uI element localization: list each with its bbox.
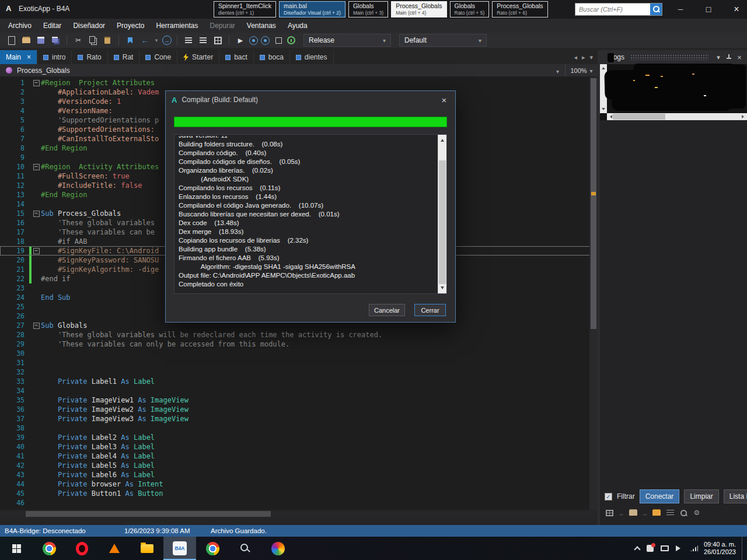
bookmark-4[interactable]: Process_GlobalsMain (ctrl + 4) [391, 1, 446, 18]
close-icon[interactable] [731, 4, 742, 15]
search-icon[interactable] [650, 4, 662, 15]
code-line-41[interactable]: 41 Private Label4 As Label [0, 452, 598, 461]
panel-menu-icon[interactable] [714, 54, 722, 61]
grid-icon[interactable] [212, 34, 224, 46]
scroll-up-icon[interactable] [441, 137, 444, 142]
pin-icon[interactable] [726, 54, 732, 61]
zoom-select[interactable]: 100% [565, 64, 598, 76]
code-line-36[interactable]: 36 Private ImageView2 As ImageView [0, 405, 598, 414]
bookmark-6[interactable]: Process_GlobalsRato (ctrl + 6) [492, 1, 547, 18]
more-panel-icon[interactable] [619, 510, 623, 516]
code-line-28[interactable]: 28 'These global variables will be redec… [0, 330, 598, 340]
logs-button-conectar[interactable]: Conectar [640, 489, 680, 503]
scroll-left-icon[interactable] [608, 115, 612, 118]
code-line-32[interactable]: 32 [0, 368, 598, 377]
code-line-40[interactable]: 40 Private Label3 As Label [0, 442, 598, 452]
tab-dientes[interactable]: dientes [290, 50, 334, 64]
code-line-30[interactable]: 30 [0, 349, 598, 358]
tools-panel-icon[interactable] [693, 509, 700, 517]
opera-taskbar-button[interactable] [65, 537, 98, 560]
close-tab-icon[interactable] [27, 53, 31, 61]
code-line-1[interactable]: 1#Region Project Attributes [0, 78, 598, 88]
maximize-icon[interactable] [703, 5, 714, 14]
code-line-29[interactable]: 29 'These variables can only be accessed… [0, 340, 598, 349]
menu-proyecto[interactable]: Proyecto [111, 20, 150, 32]
profile-select[interactable]: Default [399, 34, 487, 47]
taskbar-clock[interactable]: 09:40 a. m. 26/01/2023 [704, 541, 736, 556]
list-panel-icon[interactable] [666, 510, 674, 516]
logs-button-limpiar[interactable]: Limpiar [684, 489, 718, 503]
fold-marker[interactable] [32, 78, 41, 88]
code-line-31[interactable]: 31 [0, 358, 598, 368]
dialog-close-icon[interactable] [439, 95, 449, 105]
folder-panel-icon[interactable] [629, 510, 637, 516]
copy-icon[interactable] [87, 34, 99, 46]
outline-icon[interactable] [197, 34, 209, 46]
code-line-46[interactable]: 46 [0, 498, 598, 508]
cut-icon[interactable] [72, 34, 84, 46]
code-line-37[interactable]: 37 Private ImageView3 As ImageView [0, 414, 598, 424]
dialog-scrollbar[interactable] [438, 135, 446, 293]
list-icon[interactable] [183, 34, 194, 46]
scrollbar-thumb[interactable] [26, 511, 271, 517]
menu-herramientas[interactable]: Herramientas [150, 20, 204, 32]
network-icon[interactable] [690, 545, 698, 551]
paste-icon[interactable] [102, 34, 113, 46]
minimize-icon[interactable] [675, 5, 686, 13]
chrome-taskbar-button[interactable] [33, 537, 65, 560]
stop-icon[interactable] [273, 34, 284, 46]
code-line-33[interactable]: 33 Private Label1 As Label [0, 377, 598, 386]
b4a-taskbar-button[interactable]: B4A [163, 537, 196, 560]
search-panel-icon[interactable] [680, 509, 687, 517]
scroll-right-icon[interactable] [742, 115, 746, 118]
tab-intro[interactable]: intro [37, 50, 72, 64]
scroll-up-icon[interactable] [602, 65, 605, 69]
log-horizontal-scrollbar[interactable] [607, 113, 747, 120]
code-line-34[interactable]: 34 [0, 386, 598, 396]
module-select[interactable]: Process_Globals [0, 64, 565, 76]
logs-button-lista-pe[interactable]: Lista Pe [724, 489, 747, 503]
scrollbar-thumb[interactable] [613, 114, 665, 120]
explorer-taskbar-button[interactable] [131, 537, 163, 560]
fold-marker[interactable] [32, 209, 41, 218]
code-line-45[interactable]: 45 Private Button1 As Button [0, 489, 598, 498]
scroll-tabs-left-icon[interactable] [574, 54, 577, 61]
close-button[interactable]: Cerrar [414, 304, 446, 316]
menu-ayuda[interactable]: Ayuda [282, 20, 313, 32]
connect2-icon[interactable] [261, 36, 270, 45]
tab-boca[interactable]: boca [254, 50, 290, 64]
tab-rato[interactable]: Rato [72, 50, 107, 64]
run-icon[interactable] [235, 34, 246, 46]
menu-ventanas[interactable]: Ventanas [241, 20, 282, 32]
scroll-down-icon[interactable] [441, 286, 444, 291]
bookmark-3[interactable]: GlobalsMain (ctrl + 3) [348, 1, 388, 18]
notification-icon[interactable] [647, 545, 654, 552]
code-line-44[interactable]: 44 Private browser As Intent [0, 480, 598, 489]
more2-panel-icon[interactable] [643, 510, 647, 516]
build-config-select[interactable]: Release [303, 34, 391, 47]
scroll-down-icon[interactable] [602, 108, 605, 112]
start-taskbar-button[interactable] [0, 537, 33, 560]
code-line-42[interactable]: 42 Private Label5 As Label [0, 461, 598, 470]
search-input[interactable] [575, 4, 650, 15]
editor-vertical-scrollbar[interactable] [589, 77, 598, 510]
search-taskbar-button[interactable] [229, 537, 261, 560]
vlc-taskbar-button[interactable] [98, 537, 131, 560]
save-icon[interactable] [35, 34, 47, 46]
folder-orange-panel-icon[interactable] [652, 510, 661, 516]
bookmark-2[interactable]: main.balDiseñador Visual (ctrl + 2) [279, 1, 345, 18]
fold-marker[interactable] [32, 246, 41, 256]
scrollbar-thumb[interactable] [591, 78, 596, 329]
close-panel-icon[interactable] [735, 53, 743, 62]
dropdown-icon[interactable] [153, 34, 159, 46]
display-icon[interactable] [661, 545, 669, 551]
tab-rat[interactable]: Rat [108, 50, 140, 64]
tab-main[interactable]: Main [0, 50, 37, 64]
menu-diseñador[interactable]: Diseñador [67, 20, 111, 32]
scroll-tabs-right-icon[interactable] [582, 54, 585, 61]
show-desktop-button[interactable] [742, 537, 745, 560]
save-all-icon[interactable] [50, 34, 61, 46]
fold-marker[interactable] [32, 321, 41, 330]
new-icon[interactable] [6, 34, 18, 46]
tab-cone[interactable]: Cone [139, 50, 177, 64]
